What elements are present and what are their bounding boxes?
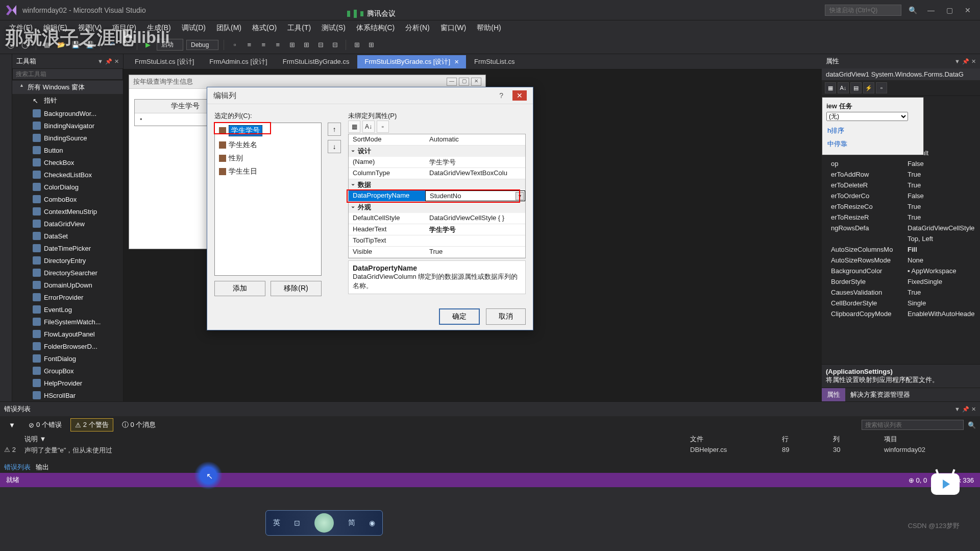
list-item[interactable]: 学生生日 xyxy=(215,165,321,178)
menu-team[interactable]: 团队(M) xyxy=(212,22,246,34)
columns-list[interactable]: 学生学号 学生姓名 性别 学生生日 xyxy=(214,123,322,276)
forward-icon[interactable]: ◯ xyxy=(19,39,31,51)
prop-row[interactable]: Top, Left xyxy=(822,233,980,244)
toolbox-item[interactable]: HScrollBar xyxy=(12,389,123,401)
menu-project[interactable]: 项目(P) xyxy=(108,22,140,34)
menu-analyze[interactable]: 分析(N) xyxy=(401,22,433,34)
toolbox-item[interactable]: BackgroundWor... xyxy=(12,107,123,119)
grid-icon[interactable]: ⊞ xyxy=(351,39,362,51)
property-object[interactable]: dataGridView1 System.Windows.Forms.DataG xyxy=(822,68,980,80)
tab-3[interactable]: FrmStuListByGrade.cs [设计]✕ xyxy=(357,55,466,68)
config-dropdown[interactable]: Debug xyxy=(186,40,218,50)
dropdown-icon[interactable]: ▼ xyxy=(954,58,960,65)
dropdown-icon[interactable]: ▾ xyxy=(516,192,524,200)
close-icon[interactable]: ✕ xyxy=(971,58,976,65)
tab-2[interactable]: FrmStuListByGrade.cs xyxy=(276,56,357,67)
toolbox-item[interactable]: ↖指针 xyxy=(12,94,123,107)
toolbox-item[interactable]: FontDialog xyxy=(12,352,123,365)
minimize-button[interactable]: — xyxy=(924,6,938,14)
cancel-button[interactable]: 取消 xyxy=(486,308,526,325)
menu-build[interactable]: 生成(B) xyxy=(143,22,175,34)
toolbox-item[interactable]: CheckBox xyxy=(12,156,123,169)
align8-icon[interactable]: ⊟ xyxy=(329,39,340,51)
toolbox-item[interactable]: DataGridView xyxy=(12,218,123,230)
warnings-filter[interactable]: ⚠ 2 个警告 xyxy=(70,418,113,432)
back-icon[interactable]: ◯ xyxy=(5,39,16,51)
search-icon[interactable]: 🔍 xyxy=(968,421,976,429)
close-icon[interactable]: ✕ xyxy=(971,406,976,413)
prop-tab-1[interactable]: 属性 xyxy=(822,388,845,401)
prop-icon[interactable]: ▤ xyxy=(850,82,862,93)
new-icon[interactable]: ▦ xyxy=(41,39,53,51)
toolbox-item[interactable]: DateTimePicker xyxy=(12,242,123,254)
align7-icon[interactable]: ⊟ xyxy=(315,39,326,51)
page-icon[interactable]: ▫ xyxy=(377,121,389,133)
dropdown-icon[interactable]: ▼ xyxy=(97,58,103,65)
ok-button[interactable]: 确定 xyxy=(439,308,480,325)
search-icon[interactable]: 🔍 xyxy=(905,6,920,14)
col-col[interactable]: 列 xyxy=(833,435,884,444)
prop-row[interactable]: CellBorderStyleSingle xyxy=(822,298,980,308)
toolbox-item[interactable]: FlowLayoutPanel xyxy=(12,328,123,340)
menu-file[interactable]: 文件(F) xyxy=(5,22,37,34)
start-button[interactable]: 启动 xyxy=(157,39,183,51)
messages-filter[interactable]: ⓘ 0 个消息 xyxy=(117,418,161,432)
event-icon[interactable]: ⚡ xyxy=(863,82,874,93)
menu-window[interactable]: 窗口(W) xyxy=(436,22,471,34)
cw-max-icon[interactable]: ▢ xyxy=(459,78,469,86)
error-row[interactable]: ⚠ 2 声明了变量"e"，但从未使用过 DBHelper.cs 89 30 wi… xyxy=(0,445,980,456)
smart-link[interactable]: h排序 xyxy=(826,124,919,137)
open-icon[interactable]: 📂 xyxy=(56,39,67,51)
align4-icon[interactable]: ≡ xyxy=(272,39,283,51)
output-tab[interactable]: 输出 xyxy=(36,463,49,472)
toolbox-item[interactable]: CheckedListBox xyxy=(12,169,123,181)
tab-close-icon[interactable]: ✕ xyxy=(454,59,459,65)
prop-tab-2[interactable]: 解决方案资源管理器 xyxy=(845,388,915,401)
align-icon[interactable]: ▫ xyxy=(229,39,240,51)
pin-icon[interactable]: 📌 xyxy=(962,58,969,65)
cat-icon[interactable]: ▦ xyxy=(348,121,360,133)
page-icon[interactable]: ▫ xyxy=(876,82,887,93)
toolbox-item[interactable]: HelpProvider xyxy=(12,377,123,389)
remove-button[interactable]: 移除(R) xyxy=(271,281,322,296)
datapropertyname-row[interactable]: DataPropertyNameStudentNo▾ xyxy=(349,190,525,202)
bilibili-play-icon[interactable] xyxy=(931,473,960,495)
column-propgrid[interactable]: SortModeAutomatic 设计 (Name)学生学号 ColumnTy… xyxy=(348,134,526,258)
prop-row[interactable]: ngRowsDefaDataGridViewCellStyle xyxy=(822,223,980,233)
move-down-button[interactable]: ↓ xyxy=(328,140,341,153)
redo-icon[interactable]: ↷ xyxy=(120,39,132,51)
toolbox-item[interactable]: FileSystemWatch... xyxy=(12,316,123,328)
col-desc[interactable]: 说明 ▼ xyxy=(24,435,690,444)
prop-row[interactable]: AutoSizeColumnsMoFill xyxy=(822,244,980,255)
tab-4[interactable]: FrmStuList.cs xyxy=(467,56,522,67)
prop-row[interactable]: AutoSizeRowsModeNone xyxy=(822,255,980,266)
quick-launch-input[interactable] xyxy=(825,5,901,16)
toolbox-item[interactable]: DirectorySearcher xyxy=(12,267,123,279)
menu-edit[interactable]: 编辑(E) xyxy=(39,22,71,34)
menu-debug[interactable]: 调试(D) xyxy=(178,22,210,34)
prop-row[interactable]: erToAddRowTrue xyxy=(822,169,980,180)
smart-link[interactable]: 中停靠 xyxy=(826,137,919,151)
col-line[interactable]: 行 xyxy=(782,435,833,444)
smart-tag-panel[interactable]: iew 任务 (无) h排序 中停靠 xyxy=(822,97,924,155)
cw-min-icon[interactable]: — xyxy=(447,78,457,86)
align3-icon[interactable]: ≡ xyxy=(258,39,269,51)
cat-icon[interactable]: ▦ xyxy=(825,82,836,93)
prop-row[interactable]: BackgroundColor▪ AppWorkspace xyxy=(822,266,980,276)
menu-view[interactable]: 视图(V) xyxy=(74,22,106,34)
list-item[interactable]: 性别 xyxy=(215,152,321,165)
toolbox-item[interactable]: FolderBrowserD... xyxy=(12,340,123,352)
prop-row[interactable]: erToDeleteRTrue xyxy=(822,180,980,190)
errorlist-search[interactable] xyxy=(862,420,964,430)
list-item[interactable]: 学生学号 xyxy=(215,123,321,138)
undo-icon[interactable]: ↶ xyxy=(106,39,117,51)
az-icon[interactable]: A↓ xyxy=(838,82,849,93)
errorlist-tab[interactable]: 错误列表 xyxy=(4,463,31,472)
toolbox-item[interactable]: EventLog xyxy=(12,303,123,316)
tab-1[interactable]: FrmAdmin.cs [设计] xyxy=(202,55,274,68)
grid2-icon[interactable]: ⊞ xyxy=(365,39,377,51)
prop-row[interactable]: erToResizeRTrue xyxy=(822,212,980,223)
toolbox-item[interactable]: ErrorProvider xyxy=(12,291,123,303)
prop-row[interactable]: ClipboardCopyModeEnableWithAutoHeade xyxy=(822,308,980,319)
toolbox-item[interactable]: DomainUpDown xyxy=(12,279,123,291)
